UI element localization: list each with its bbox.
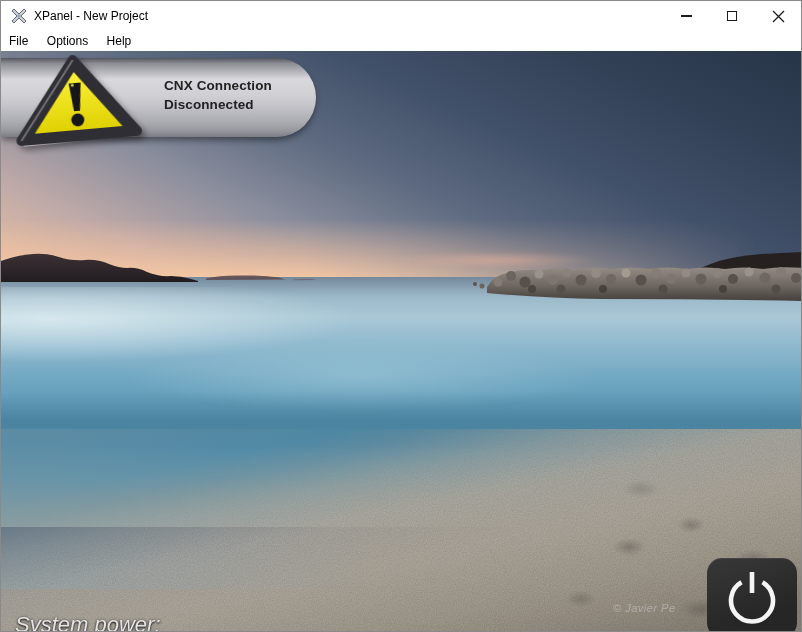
banner-line2: Disconnected bbox=[164, 95, 272, 114]
minimize-button[interactable] bbox=[663, 1, 709, 31]
menu-file[interactable]: File bbox=[9, 31, 28, 51]
window-title: XPanel - New Project bbox=[34, 9, 148, 23]
menu-help[interactable]: Help bbox=[107, 31, 132, 51]
close-button[interactable] bbox=[755, 1, 801, 31]
xpanel-window: XPanel - New Project File Options Help bbox=[0, 0, 802, 632]
maximize-button[interactable] bbox=[709, 1, 755, 31]
window-controls bbox=[663, 1, 801, 31]
photo-credit-watermark: © Javier Pe bbox=[613, 602, 676, 614]
app-icon bbox=[11, 8, 27, 24]
menu-options[interactable]: Options bbox=[47, 31, 88, 51]
window-minimize-icon bbox=[681, 15, 692, 16]
pink-cloud bbox=[389, 249, 659, 271]
power-icon bbox=[723, 567, 781, 629]
menubar: File Options Help bbox=[1, 31, 801, 51]
shallow-water-overlay bbox=[1, 429, 497, 589]
banner-line1: CNX Connection bbox=[164, 76, 272, 95]
xpanel-x-icon bbox=[11, 8, 27, 24]
power-button[interactable] bbox=[707, 558, 797, 631]
window-close-icon bbox=[772, 10, 785, 23]
titlebar: XPanel - New Project bbox=[1, 1, 801, 31]
window-maximize-icon bbox=[727, 11, 737, 21]
system-power-label: System power: bbox=[15, 612, 161, 631]
warning-triangle-icon bbox=[5, 51, 147, 151]
panel-scene: CNX Connection Disconnected © Javier Pe … bbox=[1, 51, 801, 631]
